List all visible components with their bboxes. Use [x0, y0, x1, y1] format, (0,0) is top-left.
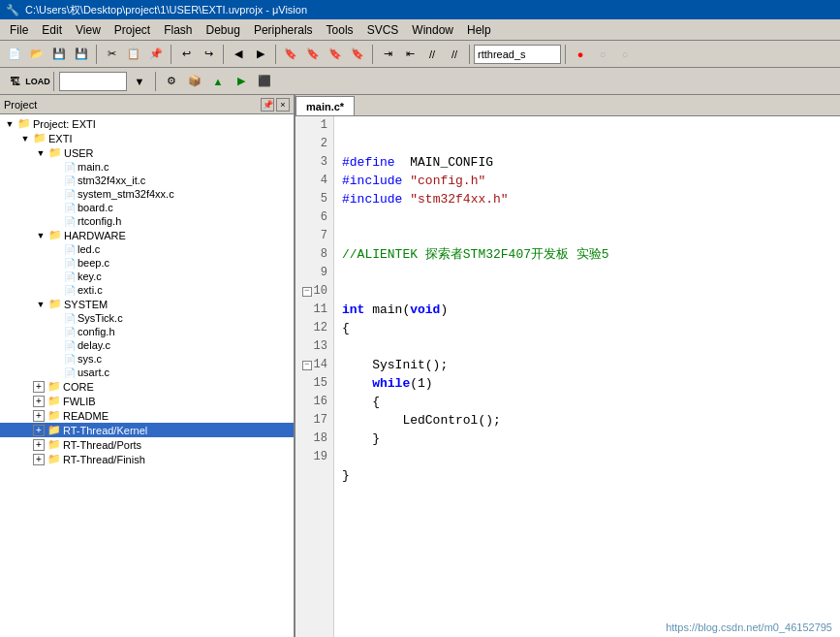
target-name-input[interactable]: EXTI [59, 72, 127, 91]
title-bar: 🔧 C:\Users\权\Desktop\project\1\USER\EXTI… [0, 0, 840, 19]
file-icon: 📄 [64, 175, 76, 186]
redo-button[interactable]: ↪ [198, 44, 219, 65]
menu-item-edit[interactable]: Edit [36, 21, 68, 39]
token-plain: ) [440, 301, 448, 319]
load-btn[interactable]: LOAD [27, 71, 48, 92]
new-button[interactable]: 📄 [4, 44, 25, 65]
folder-icon: 📁 [48, 229, 62, 241]
tree-item[interactable]: +📁RT-Thread/Kernel [0, 423, 294, 437]
bookmark4[interactable]: 🔖 [347, 44, 368, 65]
open-button[interactable]: 📂 [26, 44, 47, 65]
tree-item[interactable]: ▼📁Project: EXTI [0, 116, 294, 131]
file-icon: 📄 [64, 216, 76, 227]
tree-item[interactable]: 📄config.h [0, 325, 294, 338]
line-number: 2 [296, 135, 333, 153]
project-tree: ▼📁Project: EXTI▼📁EXTI▼📁USER📄main.c📄stm32… [0, 114, 294, 637]
toolbar1: 📄 📂 💾 💾 ✂ 📋 📌 ↩ ↪ ◀ ▶ 🔖 🔖 🔖 🔖 ⇥ ⇤ // // … [0, 41, 840, 68]
fold-marker[interactable]: − [302, 287, 312, 297]
target-dropdown[interactable]: ▼ [129, 71, 150, 92]
tree-item[interactable]: +📁CORE [0, 379, 294, 394]
tree-label: stm32f4xx_it.c [78, 175, 145, 186]
tree-item[interactable]: 📄delay.c [0, 338, 294, 352]
uncomment-btn[interactable]: // [444, 44, 465, 65]
menu-item-project[interactable]: Project [109, 21, 156, 39]
tree-item[interactable]: +📁FWLIB [0, 394, 294, 408]
save-button[interactable]: 💾 [48, 44, 70, 65]
tree-item[interactable]: 📄stm32f4xx_it.c [0, 174, 294, 187]
comp-btn[interactable]: ▲ [207, 71, 229, 92]
panel-pin-btn[interactable]: 📌 [261, 98, 274, 111]
code-line: while(1) [342, 374, 832, 393]
tree-label: SysTick.c [78, 312, 123, 324]
tree-expand-icon: ▼ [33, 148, 48, 158]
tree-item[interactable]: ▼📁SYSTEM [0, 297, 294, 311]
stop-btn[interactable]: ⬛ [254, 71, 275, 92]
menu-item-window[interactable]: Window [406, 21, 459, 39]
build-target-menu[interactable]: 🏗 [4, 71, 25, 92]
bookmark2[interactable]: 🔖 [302, 44, 324, 65]
bookmark3[interactable]: 🔖 [325, 44, 346, 65]
tree-label: usart.c [78, 366, 109, 378]
fold-marker[interactable]: − [302, 361, 312, 370]
tree-expand-icon: ▼ [2, 119, 17, 129]
menu-item-svcs[interactable]: SVCS [361, 21, 405, 39]
tree-item[interactable]: ▼📁USER [0, 145, 294, 160]
tree-item[interactable]: 📄exti.c [0, 283, 294, 297]
token-plain: } [342, 466, 350, 485]
pkg-btn[interactable]: 📦 [184, 71, 205, 92]
menu-item-peripherals[interactable]: Peripherals [248, 21, 319, 39]
tree-item[interactable]: +📁RT-Thread/Ports [0, 437, 294, 452]
line-number: 15 [296, 374, 333, 393]
undo-button[interactable]: ↩ [175, 44, 197, 65]
tree-item[interactable]: +📁RT-Thread/Finish [0, 452, 294, 466]
nav-fwd-button[interactable]: ▶ [250, 44, 271, 65]
tree-item[interactable]: 📄key.c [0, 270, 294, 283]
menu-item-view[interactable]: View [70, 21, 107, 39]
file-icon: 📄 [64, 313, 76, 324]
unindent-btn[interactable]: ⇤ [399, 44, 420, 65]
tree-label: board.c [78, 202, 113, 213]
menu-item-file[interactable]: File [4, 21, 34, 39]
tree-label: RT-Thread/Ports [63, 439, 141, 451]
menu-item-help[interactable]: Help [461, 21, 497, 39]
copy-button[interactable]: 📋 [123, 44, 144, 65]
run-btn[interactable]: ▶ [231, 71, 252, 92]
tree-label: sys.c [78, 353, 102, 365]
save-all-button[interactable]: 💾 [71, 44, 92, 65]
debug-o1[interactable]: ○ [592, 44, 613, 65]
tree-item[interactable]: 📄SysTick.c [0, 311, 294, 325]
tree-item[interactable]: +📁README [0, 408, 294, 423]
debug-go[interactable]: ● [570, 44, 591, 65]
tree-item[interactable]: 📄board.c [0, 201, 294, 214]
paste-button[interactable]: 📌 [145, 44, 167, 65]
comment-btn[interactable]: // [421, 44, 443, 65]
tree-item[interactable]: 📄system_stm32f4xx.c [0, 187, 294, 201]
menu-item-tools[interactable]: Tools [321, 21, 359, 39]
nav-back-button[interactable]: ◀ [228, 44, 249, 65]
settings-btn[interactable]: ⚙ [161, 71, 182, 92]
editor-tab[interactable]: main.c* [296, 96, 355, 115]
line-number: −14 [296, 356, 333, 374]
folder-icon: 📁 [47, 438, 61, 451]
panel-close-btn[interactable]: × [276, 98, 290, 111]
code-content[interactable]: #define MAIN_CONFIG#include "config.h"#i… [334, 116, 840, 637]
tree-item[interactable]: 📄sys.c [0, 352, 294, 366]
bookmark1[interactable]: 🔖 [280, 44, 301, 65]
tree-item[interactable]: 📄led.c [0, 242, 294, 256]
debug-o2[interactable]: ○ [614, 44, 636, 65]
tree-item[interactable]: ▼📁HARDWARE [0, 228, 294, 242]
menu-item-flash[interactable]: Flash [158, 21, 198, 39]
search-input[interactable] [474, 45, 561, 64]
token-pp: #include [342, 172, 402, 190]
indent-btn[interactable]: ⇥ [377, 44, 398, 65]
menu-item-debug[interactable]: Debug [201, 21, 246, 39]
tree-item[interactable]: 📄rtconfig.h [0, 214, 294, 228]
cut-button[interactable]: ✂ [101, 44, 122, 65]
tree-item[interactable]: 📄beep.c [0, 256, 294, 270]
tree-item[interactable]: 📄usart.c [0, 366, 294, 379]
sep5 [372, 45, 373, 64]
tree-item[interactable]: 📄main.c [0, 160, 294, 174]
token-pp: #define [342, 153, 395, 172]
token-plain: { [342, 319, 350, 337]
tree-item[interactable]: ▼📁EXTI [0, 131, 294, 145]
